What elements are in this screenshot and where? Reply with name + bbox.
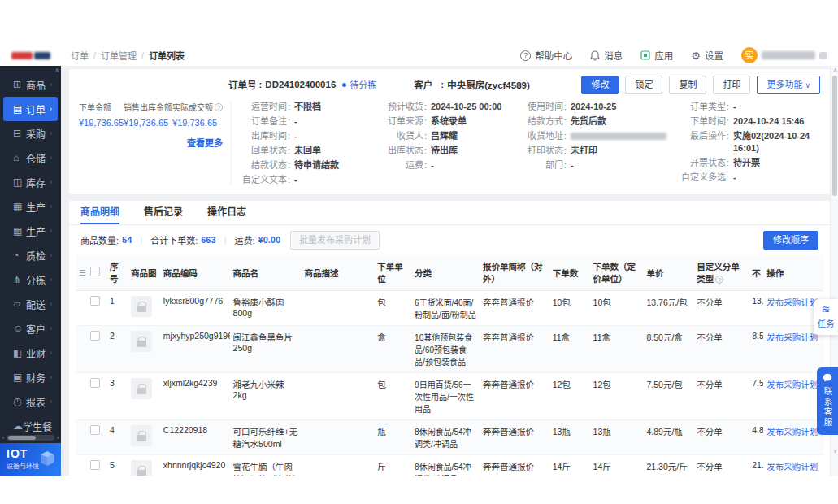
batch-publish-purchase-plan-button[interactable]: 批量发布采购计划 bbox=[290, 231, 380, 250]
cell-product-name: 雪花牛腩（牛肉筋）切块（净菜） bbox=[230, 458, 302, 476]
sidebar-scroll-up-icon[interactable]: ∧ bbox=[54, 67, 59, 74]
detail-tab[interactable]: 操作日志 bbox=[207, 201, 246, 224]
amount-block: 销售出库金额 ¥19,736.65 bbox=[124, 101, 172, 128]
scroll-left-icon[interactable]: ‹ bbox=[0, 434, 7, 441]
messages-button[interactable]: 消息 bbox=[590, 49, 623, 62]
copy-button[interactable]: 复制 bbox=[669, 76, 706, 94]
info-field-label: 运营时间 bbox=[241, 101, 290, 113]
table-row: 3 xljxml2kg4239 湘老九小米辣2kg 包 9日用百货/56一次性用… bbox=[76, 373, 823, 420]
more-actions-button[interactable]: 更多功能∨ bbox=[757, 76, 820, 94]
user-account[interactable]: 实 bbox=[741, 47, 827, 63]
sidebar-item[interactable]: ▦ 生产 › bbox=[3, 194, 58, 219]
info-field: 结款方式 先货后款 bbox=[518, 115, 680, 128]
cell-product-desc bbox=[301, 376, 374, 380]
sidebar-item[interactable]: ◷ 报表 › bbox=[3, 389, 58, 414]
customer-service-floating-tab[interactable]: 联系客服 bbox=[817, 367, 838, 435]
account-menu-icon bbox=[819, 52, 827, 59]
sidebar-item[interactable]: ▱ 配送 › bbox=[3, 292, 58, 316]
sidebar-item[interactable]: ▣ 财务 › bbox=[3, 365, 58, 389]
select-all-checkbox[interactable] bbox=[90, 267, 100, 276]
sidebar-item[interactable]: ⌂ 仓储 › bbox=[3, 146, 58, 170]
row-checkbox[interactable] bbox=[90, 460, 100, 470]
iot-panel[interactable]: IOT 设备与环境 bbox=[0, 443, 61, 476]
help-icon[interactable]: ? bbox=[715, 276, 723, 284]
scrollbar-track[interactable] bbox=[7, 435, 54, 441]
customer-value: 中央厨房(zycf4589) bbox=[447, 78, 530, 91]
info-field-label: 收货人 bbox=[378, 130, 427, 142]
info-field: 订单来源 系统录单 bbox=[378, 115, 518, 128]
sidebar-item[interactable]: ⊟ 采购 › bbox=[3, 121, 58, 146]
help-icon[interactable]: ? bbox=[215, 103, 223, 111]
info-field-value: 未打印 bbox=[571, 145, 597, 157]
cell-unit-price: 13.76元/包 bbox=[643, 294, 693, 310]
help-center-button[interactable]: ? 帮助中心 bbox=[520, 49, 572, 62]
chevron-right-icon: › bbox=[50, 80, 52, 89]
view-more-link[interactable]: 查看更多 bbox=[79, 136, 223, 149]
sidebar-item-label: 质检 bbox=[26, 249, 50, 263]
breadcrumb-current: 订单列表 bbox=[149, 49, 185, 62]
product-image-placeholder[interactable] bbox=[131, 425, 152, 446]
sidebar-item-label: 生产 bbox=[26, 224, 50, 238]
app-logo[interactable] bbox=[0, 45, 61, 66]
row-checkbox[interactable] bbox=[90, 378, 100, 388]
publish-purchase-plan-link[interactable]: 发布采购计划 bbox=[766, 332, 818, 342]
sidebar-item-label: 采购 bbox=[26, 127, 50, 141]
sidebar-item[interactable]: ▤ 订单 › bbox=[3, 97, 58, 121]
header-qty: 下单数 bbox=[549, 265, 590, 280]
detail-tab[interactable]: 售后记录 bbox=[144, 201, 183, 224]
sidebar-item[interactable]: ⋔ 分拣 › bbox=[3, 267, 58, 292]
product-image-placeholder[interactable] bbox=[131, 378, 152, 399]
header-action: 操作 bbox=[763, 265, 823, 280]
lock-button[interactable]: 锁定 bbox=[625, 76, 662, 94]
cell-order-qty-price-unit: 10包 bbox=[590, 294, 644, 310]
row-checkbox[interactable] bbox=[90, 296, 100, 306]
sidebar-horizontal-scrollbar[interactable]: ‹ › bbox=[0, 433, 61, 441]
info-field: 运营时间 不限档 bbox=[241, 101, 378, 113]
cell-split-type: 不分单 bbox=[693, 376, 749, 392]
sidebar-item[interactable]: ◧ 业财 › bbox=[3, 341, 58, 365]
scroll-right-icon[interactable]: › bbox=[54, 434, 61, 441]
scrollbar-thumb[interactable] bbox=[8, 436, 36, 440]
cell-order-qty: 13瓶 bbox=[549, 424, 590, 439]
print-button[interactable]: 打印 bbox=[713, 76, 750, 94]
info-field: 开票状态 待开票 bbox=[680, 157, 820, 169]
sidebar-item[interactable]: ☺ 客户 › bbox=[3, 316, 58, 341]
breadcrumb-item[interactable]: 订单 bbox=[71, 49, 89, 62]
product-image-placeholder[interactable] bbox=[131, 460, 152, 476]
modify-button[interactable]: 修改 bbox=[581, 76, 619, 94]
sidebar-item[interactable]: ◫ 库存 › bbox=[3, 170, 58, 194]
column-settings-icon[interactable]: ☰ bbox=[79, 268, 86, 277]
publish-purchase-plan-link[interactable]: 发布采购计划 bbox=[766, 427, 818, 437]
publish-purchase-plan-link[interactable]: 发布采购计划 bbox=[766, 298, 818, 307]
info-field-label: 自定义多选 bbox=[680, 172, 729, 184]
info-field-label: 使用时间 bbox=[518, 101, 567, 113]
publish-purchase-plan-link[interactable]: 发布采购计划 bbox=[766, 380, 818, 389]
apps-button[interactable]: 应用 bbox=[640, 49, 673, 62]
order-actions: 修改 锁定 复制 打印 更多功能∨ bbox=[581, 76, 820, 94]
task-floating-tab[interactable]: ≋ 任务 bbox=[814, 299, 838, 335]
row-checkbox[interactable] bbox=[90, 331, 100, 341]
product-image-placeholder[interactable] bbox=[131, 296, 152, 317]
header-desc: 商品描述 bbox=[301, 265, 374, 280]
row-checkbox[interactable] bbox=[90, 425, 100, 435]
sidebar-item-icon: ◫ bbox=[13, 176, 26, 188]
cell-order-unit: 包 bbox=[374, 294, 411, 310]
scroll-up-icon[interactable]: ∧ bbox=[831, 67, 838, 73]
scrollbar-thumb[interactable] bbox=[832, 76, 837, 196]
breadcrumb-item[interactable]: 订单管理 bbox=[101, 49, 137, 62]
sidebar-item[interactable]: ⊞ 商品 › bbox=[3, 72, 58, 97]
modify-sequence-button[interactable]: 修改顺序 bbox=[763, 231, 818, 250]
lock-icon bbox=[137, 341, 146, 347]
sidebar-item-label: 配送 bbox=[26, 298, 50, 311]
table-row: 4 C12220918 可口可乐纤维+无糖汽水500ml 瓶 8休闲食品/54冲… bbox=[76, 420, 823, 455]
sidebar-item[interactable]: ◔ 质检 › bbox=[3, 243, 58, 267]
sidebar-item[interactable]: ▦ 生产 › bbox=[3, 219, 58, 243]
settings-button[interactable]: ⚙ 设置 bbox=[691, 49, 723, 62]
product-image-placeholder[interactable] bbox=[131, 331, 152, 352]
info-field: 最后操作 实施02(2024-10-24 16:01) bbox=[680, 130, 820, 154]
scroll-down-icon[interactable]: ∨ bbox=[831, 448, 838, 454]
publish-purchase-plan-link[interactable]: 发布采购计划 bbox=[766, 462, 818, 471]
chevron-right-icon: › bbox=[50, 202, 52, 211]
header-unit: 下单单位 bbox=[374, 259, 411, 286]
detail-tab[interactable]: 商品明细 bbox=[80, 201, 119, 224]
